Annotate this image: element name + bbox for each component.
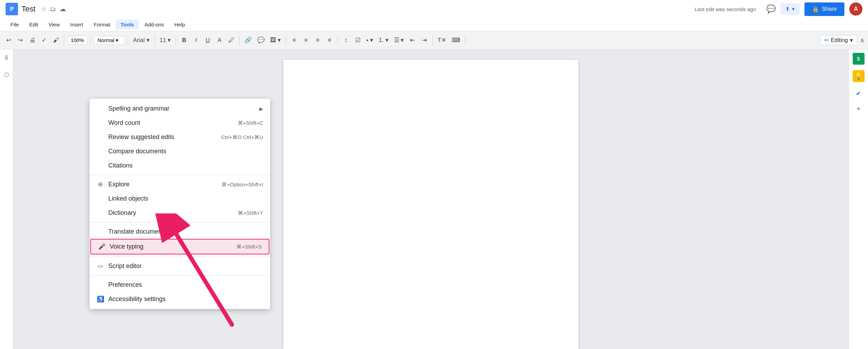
highlight-button[interactable]: 🖊 — [226, 35, 236, 46]
menu-citations[interactable]: Citations — [90, 159, 270, 173]
menu-format[interactable]: Format — [89, 19, 115, 30]
zoom-select[interactable]: 100% — [67, 36, 88, 44]
underline-button[interactable]: U — [202, 35, 213, 46]
share-label: Share — [822, 6, 837, 12]
align-left-button[interactable]: ≡ — [289, 35, 299, 46]
separator-4 — [90, 275, 270, 276]
collapse-toolbar-button[interactable]: ∧ — [860, 36, 865, 44]
left-panel-icon[interactable]: ⬡ — [1, 70, 12, 80]
keep-icon[interactable]: 💡 — [853, 70, 865, 82]
separator-1 — [90, 175, 270, 175]
spellcheck-button[interactable]: ✓ — [39, 35, 49, 46]
menu-view[interactable]: View — [44, 19, 65, 30]
increase-indent-button[interactable]: ⇥ — [419, 35, 429, 46]
doc-page — [283, 60, 578, 349]
explore-icon: ⊕ — [97, 181, 104, 188]
menu-file[interactable]: File — [6, 19, 24, 30]
menu-insert[interactable]: Insert — [65, 19, 88, 30]
link-button[interactable]: 🔗 — [242, 35, 254, 46]
review-shortcut: Ctrl+⌘O Ctrl+⌘U — [221, 134, 263, 140]
folder-icon[interactable]: 🗂 — [50, 6, 56, 13]
align-center-button[interactable]: ≡ — [301, 35, 311, 46]
tools-dropdown-menu: Spelling and grammar ▶ Word count ⌘+Shif… — [90, 99, 270, 309]
dropdown-arrow: ▾ — [116, 37, 118, 43]
accessibility-label: Accessibility settings — [108, 295, 263, 303]
menu-script[interactable]: <> Script editor — [90, 259, 270, 273]
menu-edit[interactable]: Edit — [24, 19, 43, 30]
explore-shortcut: ⌘+Option+Shift+I — [222, 181, 263, 188]
menu-tools[interactable]: Tools — [116, 19, 139, 30]
menu-voice-typing[interactable]: 🎤 Voice typing ⌘+Shift+S — [90, 239, 269, 254]
menu-explore[interactable]: ⊕ Explore ⌘+Option+Shift+I — [90, 177, 270, 192]
print-button[interactable]: 🖨 — [27, 35, 37, 46]
toolbar-divider-8 — [337, 35, 338, 45]
justify-button[interactable]: ≡ — [324, 35, 335, 46]
toolbar-divider-3 — [128, 35, 128, 45]
word-count-label: Word count — [108, 119, 234, 127]
menu-accessibility[interactable]: ♿ Accessibility settings — [90, 292, 270, 306]
paragraph-style-select[interactable]: Normal ▾ — [94, 36, 125, 45]
preferences-label: Preferences — [108, 281, 263, 289]
menu-preferences[interactable]: Preferences — [90, 278, 270, 292]
font-select[interactable]: Arial ▾ — [131, 35, 152, 46]
undo-button[interactable]: ↩ — [3, 35, 14, 46]
present-icon: ⬆ — [785, 6, 790, 12]
menu-translate[interactable]: Translate document — [90, 225, 270, 239]
comments-button[interactable]: 💬 — [766, 5, 776, 14]
editing-badge[interactable]: ✏ Editing ▾ — [820, 35, 857, 45]
avatar[interactable]: A — [849, 2, 862, 16]
image-button[interactable]: 🖼 ▾ — [268, 35, 283, 46]
last-edit: Last edit was seconds ago — [695, 6, 756, 12]
text-color-button[interactable]: A — [214, 35, 225, 46]
checklist-button[interactable]: ☑ — [352, 35, 363, 46]
italic-button[interactable]: I — [191, 35, 201, 46]
align-right-button[interactable]: ≡ — [312, 35, 323, 46]
script-icon: <> — [97, 263, 104, 269]
numbered-list-button[interactable]: 1. ▾ — [377, 35, 391, 46]
linked-label: Linked objects — [108, 195, 263, 202]
right-panel: S 💡 ✔ + — [849, 49, 868, 349]
custom-list-button[interactable]: ☰ ▾ — [392, 35, 406, 46]
toolbar-divider-9 — [432, 35, 433, 45]
add-panel-button[interactable]: + — [857, 105, 861, 113]
redo-button[interactable]: ↪ — [15, 35, 26, 46]
clear-formatting-button[interactable]: T✕ — [435, 35, 448, 46]
menu-word-count[interactable]: Word count ⌘+Shift+C — [90, 116, 270, 130]
toolbar-divider-4 — [155, 35, 155, 45]
keyboard-shortcut-button[interactable]: ⌨ — [450, 35, 462, 46]
menu-dictionary[interactable]: Dictionary ⌘+Shift+Y — [90, 206, 270, 220]
title-icons: ☆ 🗂 ☁ — [41, 5, 66, 13]
cloud-icon[interactable]: ☁ — [60, 5, 66, 13]
menu-bar: File Edit View Insert Format Tools Add-o… — [0, 18, 868, 31]
paint-format-button[interactable]: 🖌 — [51, 35, 61, 46]
share-button[interactable]: 🔒 Share — [804, 2, 844, 16]
word-count-shortcut: ⌘+Shift+C — [238, 120, 263, 126]
bold-button[interactable]: B — [179, 35, 189, 46]
svg-rect-2 — [10, 8, 14, 9]
svg-rect-3 — [10, 10, 12, 10]
sheets-icon[interactable]: S — [853, 53, 865, 65]
tasks-icon[interactable]: ✔ — [853, 88, 865, 99]
bullet-list-button[interactable]: • ▾ — [364, 35, 375, 46]
comment-button[interactable]: 💬 — [255, 35, 267, 46]
star-icon[interactable]: ☆ — [41, 5, 47, 13]
present-button[interactable]: ⬆ ▾ — [781, 3, 800, 15]
editing-dropdown-arrow: ▾ — [850, 37, 853, 43]
main-area: § ⬡ Spelling and grammar ▶ Word count ⌘+… — [0, 49, 868, 349]
menu-help[interactable]: Help — [169, 19, 190, 30]
translate-label: Translate document — [108, 228, 263, 235]
line-spacing-button[interactable]: ↕ — [341, 35, 351, 46]
explore-label: Explore — [108, 181, 217, 188]
menu-linked[interactable]: Linked objects — [90, 192, 270, 206]
doc-title: Test — [22, 5, 35, 14]
section-icon[interactable]: § — [1, 53, 12, 63]
menu-addons[interactable]: Add-ons — [140, 19, 169, 30]
decrease-indent-button[interactable]: ⇤ — [407, 35, 418, 46]
mic-icon: 🎤 — [98, 243, 106, 250]
menu-spelling[interactable]: Spelling and grammar ▶ — [90, 102, 270, 116]
app-logo — [6, 3, 18, 15]
menu-review-edits[interactable]: Review suggested edits Ctrl+⌘O Ctrl+⌘U — [90, 130, 270, 144]
font-size-select[interactable]: 11 ▾ — [158, 35, 173, 46]
menu-compare[interactable]: Compare documents — [90, 144, 270, 159]
normal-label: Normal — [98, 37, 114, 43]
